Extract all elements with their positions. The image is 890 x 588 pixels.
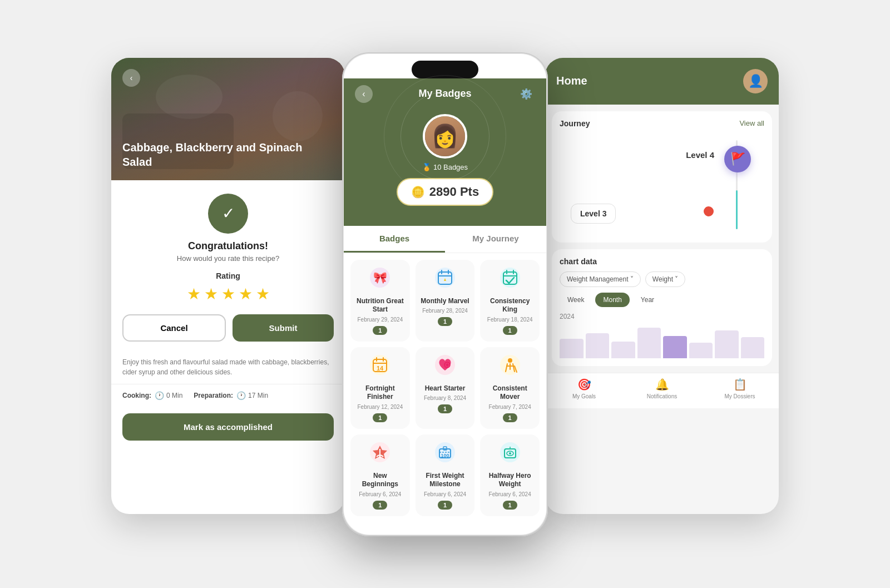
settings-button[interactable]: ⚙️ [517, 85, 535, 103]
badges-scroll[interactable]: 🎀 Nutrition Great Start February 29, 202… [344, 253, 546, 535]
badge-count-pill: 1 [503, 326, 517, 335]
badge-date: February 6, 2024 [424, 491, 466, 497]
page-title: My Badges [418, 88, 471, 100]
nav-notifications[interactable]: 🔔 Notifications [623, 378, 701, 399]
star-1[interactable]: ★ [187, 285, 201, 303]
tab-my-journey[interactable]: My Journey [445, 226, 546, 253]
badge-nutrition-great-start[interactable]: 🎀 Nutrition Great Start February 29, 202… [350, 260, 410, 342]
svg-text:🎀: 🎀 [373, 271, 387, 284]
badge-name: Consistency King [484, 297, 535, 314]
accomplish-button[interactable]: Mark as accomplished [122, 413, 334, 441]
badge-name: Heart Starter [425, 384, 466, 393]
bar-1 [560, 339, 584, 358]
bar-3 [611, 342, 635, 358]
chart-bars [560, 325, 764, 358]
consistency-king-icon [499, 266, 521, 294]
badge-count-pill: 1 [438, 404, 452, 413]
dynamic-island [412, 61, 478, 78]
recipe-title: Cabbage, Blackberry and Spinach Salad [122, 140, 334, 169]
coin-icon: 🪙 [411, 185, 425, 199]
bar-4 [637, 328, 661, 358]
view-all-link[interactable]: View all [739, 119, 764, 127]
user-avatar[interactable] [743, 69, 768, 93]
chart-label: ch [560, 257, 568, 266]
chart-section: chart data Weight Management ˅ Weight ˅ … [552, 249, 772, 366]
badge-date: February 6, 2024 [359, 491, 401, 497]
heart-icon [434, 354, 456, 381]
badge-monthly-marvel[interactable]: Monthly Marvel February 28, 2024 1 [416, 260, 475, 342]
badge-first-weight-milestone[interactable]: 100 First Weight Milestone February 6, 2… [416, 434, 475, 516]
nav-dossiers-label: My Dossiers [724, 393, 755, 399]
badge-name: New Beginnings [355, 472, 406, 489]
weight-filter[interactable]: Weight ˅ [645, 271, 685, 287]
badge-date: February 7, 2024 [489, 404, 531, 410]
beginnings-icon [369, 441, 391, 468]
year-pill[interactable]: Year [633, 293, 662, 307]
month-pill[interactable]: Month [595, 293, 629, 307]
badge-date: February 6, 2024 [489, 491, 531, 497]
week-pill[interactable]: Week [560, 293, 592, 307]
monthly-marvel-icon [434, 266, 456, 294]
home-header: Home [545, 58, 779, 105]
level3-dot [702, 205, 715, 218]
journey-visual: 🚩 Level 4 Level 3 [560, 135, 764, 235]
submit-button[interactable]: Submit [233, 314, 334, 342]
badge-name: Fortnight Finisher [355, 384, 406, 402]
home-title: Home [556, 75, 587, 87]
phone-back-button[interactable]: ‹ [355, 85, 373, 103]
avatar: 👩 [423, 114, 467, 159]
badge-heart-starter[interactable]: Heart Starter February 8, 2024 1 [416, 347, 475, 429]
badge-count-pill: 1 [373, 501, 387, 510]
journey-label: Journey [560, 119, 590, 128]
cooking-value: 🕐 0 Min [155, 391, 182, 400]
star-5[interactable]: ★ [256, 285, 270, 303]
nav-my-goals[interactable]: 🎯 My Goals [545, 378, 623, 399]
phone-header: ‹ My Badges ⚙️ [344, 78, 546, 114]
badge-count-pill: 1 [373, 413, 387, 422]
badge-count-pill: 1 [438, 501, 452, 510]
congrats-subtitle: How would you rate this recipe? [177, 254, 279, 263]
level3-bar: Level 3 [571, 204, 616, 224]
badge-halfway-hero-weight[interactable]: Halfway Hero Weight February 6, 2024 1 [480, 434, 540, 516]
badge-fortnight-finisher[interactable]: 14 Fortnight Finisher February 12, 2024 … [350, 347, 410, 429]
clock-icon: 🕐 [155, 391, 164, 400]
filter-pills: Weight Management ˅ Weight ˅ [560, 271, 764, 287]
svg-point-38 [509, 452, 511, 454]
medal-icon: 🏅 [422, 163, 431, 171]
badge-consistent-mover[interactable]: Consistent Mover February 7, 2024 1 [480, 347, 540, 429]
points-value: 2890 Pts [429, 185, 479, 199]
chart-title: chart data [560, 257, 764, 266]
badge-name: Halfway Hero Weight [484, 472, 535, 489]
star-3[interactable]: ★ [221, 285, 235, 303]
star-rating[interactable]: ★ ★ ★ ★ ★ [187, 285, 270, 303]
journey-line-teal [736, 190, 738, 229]
nav-notifications-label: Notifications [647, 393, 677, 399]
star-4[interactable]: ★ [239, 285, 253, 303]
badge-name: First Weight Milestone [420, 472, 471, 489]
level4-icon: 🚩 [724, 146, 751, 172]
time-pills: Week Month Year [560, 293, 764, 307]
badge-consistency-king[interactable]: Consistency King February 18, 2024 1 [480, 260, 540, 342]
badge-date: February 29, 2024 [357, 317, 403, 323]
bar-8 [741, 337, 765, 358]
back-button[interactable]: ‹ [122, 69, 140, 87]
nav-my-dossiers[interactable]: 📋 My Dossiers [701, 378, 779, 399]
goals-icon: 🎯 [577, 378, 591, 391]
mover-icon [499, 354, 521, 381]
badge-new-beginnings[interactable]: New Beginnings February 6, 2024 1 [350, 434, 410, 516]
bar-7 [715, 330, 739, 358]
svg-text:14: 14 [377, 365, 384, 372]
star-2[interactable]: ★ [204, 285, 218, 303]
level4-label: Level 4 [686, 150, 714, 160]
profile-section: 👩 🏅 10 Badges 🪙 2890 Pts [344, 114, 546, 226]
congrats-title: Congratulations! [188, 240, 268, 252]
weight-mgmt-filter[interactable]: Weight Management ˅ [560, 271, 641, 287]
bottom-nav: 🎯 My Goals 🔔 Notifications 📋 My Dossiers [545, 373, 779, 408]
weight-milestone-icon: 100 [434, 441, 456, 468]
notifications-icon: 🔔 [655, 378, 669, 391]
tab-badges[interactable]: Badges [344, 226, 445, 253]
cancel-button[interactable]: Cancel [122, 314, 226, 342]
badge-count-pill: 1 [373, 326, 387, 335]
recipe-header: ‹ Cabbage, Blackberry and Spinach Salad [111, 58, 345, 180]
action-buttons: Cancel Submit [122, 314, 334, 342]
